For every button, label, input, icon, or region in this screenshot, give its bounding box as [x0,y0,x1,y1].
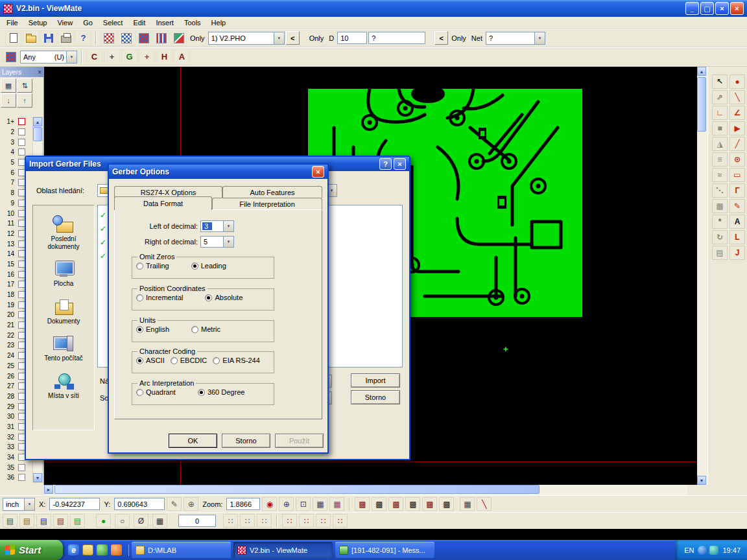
file-select-combo[interactable]: 1) V2.PHO [208,32,285,45]
only-net-toggle[interactable]: Only [449,34,468,42]
layer-up-button[interactable]: ↑ [17,93,32,108]
chevron-down-icon[interactable] [534,32,545,44]
dot-grid-icon-3[interactable]: ∷ [257,514,272,528]
layer-visibility-checkbox[interactable] [18,139,25,146]
a-tool-icon[interactable]: A [174,49,190,65]
tab[interactable]: File Interpretation [212,198,322,209]
apertures-view-icon[interactable]: ▤ [36,514,51,528]
scrollbar-thumb[interactable] [54,485,540,494]
filled-rect-icon[interactable]: ■ [712,121,728,135]
pad-icon[interactable]: ● [729,75,745,89]
board-view-icon[interactable]: ▤ [3,514,18,528]
close-button[interactable]: × [730,2,744,15]
layer-row[interactable]: 35 [0,462,32,472]
firefox-icon[interactable] [111,544,122,555]
mirror-icon[interactable]: ◮ [712,137,728,151]
rect-pad-icon[interactable]: ▭ [729,168,745,182]
polyline-icon[interactable]: ∠ [729,106,745,120]
save-icon[interactable] [40,30,56,46]
layer-visibility-checkbox[interactable] [18,464,25,471]
chevron-down-icon[interactable] [274,32,284,44]
title-bar[interactable]: V2.bin - ViewMate _▢× × [0,0,747,17]
place-item[interactable]: Plocha [35,260,92,288]
report-icon[interactable] [171,30,187,46]
tray-network-icon[interactable] [698,546,707,555]
quick-folder-icon[interactable] [82,544,93,555]
radio-option[interactable]: Leading [191,262,226,270]
only-dcode-toggle[interactable]: Only [307,34,326,42]
tab[interactable]: Data Format [114,196,212,210]
close-icon[interactable]: × [312,166,324,178]
taskbar-window-button[interactable]: [191-482-091] - Mess... [335,542,434,558]
pan-tool-icon[interactable]: + [104,49,120,65]
tab[interactable]: Auto Features [222,186,322,198]
menu-item[interactable]: Setup [23,18,53,28]
dots-icon[interactable]: ⋱ [712,183,728,198]
import-button[interactable]: Import [351,373,400,388]
selection-mode-combo[interactable]: Any (U) [20,51,77,64]
radio-option[interactable]: English [136,325,169,333]
layer-row[interactable]: 36 [0,472,32,483]
selection-filter-icon[interactable] [3,49,19,65]
film-icon-6[interactable]: ▩ [439,497,454,511]
origin-icon[interactable]: ⊕ [184,497,198,511]
menu-item[interactable]: Insert [150,18,179,28]
arrow-tool-icon[interactable]: ▶ [729,121,745,135]
chevron-down-icon[interactable] [223,237,233,247]
circle-pad-icon[interactable]: ⊙ [729,152,745,167]
cancel-button[interactable]: Storno [222,434,270,448]
radio-option[interactable]: EBCDIC [171,356,208,364]
menu-item[interactable]: View [52,18,78,28]
context-help-icon[interactable]: ? [75,30,91,46]
layer-visibility-checkbox[interactable] [18,474,25,481]
y-coordinate-field[interactable]: 0.690643 [114,498,165,510]
g-tool-icon[interactable]: G [121,49,137,65]
x-coordinate-field[interactable]: -0.942237 [49,498,100,510]
grid-big-icon[interactable]: ▦ [152,514,167,528]
rotate-icon[interactable]: ↻ [712,230,728,244]
drill-view-icon[interactable]: ▤ [19,514,34,528]
diagonal-icon[interactable]: ╱ [729,137,745,151]
tray-volume-icon[interactable] [709,546,718,555]
dot-grid-icon-2[interactable]: ∷ [240,514,255,528]
print-icon[interactable] [58,30,74,46]
layer-swap-button[interactable]: ⇅ [17,78,32,93]
film-icon-2[interactable]: ▩ [372,497,386,511]
gamma-tool-icon[interactable]: Γ [729,183,745,198]
prev-net-button[interactable]: < [434,31,448,45]
phi-tool-icon[interactable]: Ø [134,514,148,528]
target-tool-icon[interactable]: + [139,49,155,65]
layer-down-button[interactable]: ↓ [1,93,16,108]
menu-item[interactable]: Go [78,18,98,28]
menu-item[interactable]: File [1,18,23,28]
minimize-button[interactable]: _ [685,2,699,15]
menu-item[interactable]: Edit [128,18,150,28]
radio-option[interactable]: Absolute [205,294,243,301]
layers-panel-header[interactable]: Layers × [0,67,43,77]
scrollbar-thumb[interactable] [33,127,42,141]
grid-tool-icon[interactable]: ▦ [712,199,728,213]
taskbar-window-button[interactable]: D:\MLAB [132,542,231,558]
dcode-input[interactable]: 10 [337,32,367,44]
close-button[interactable]: × [715,2,729,15]
circle-tool-icon[interactable]: ○ [115,514,130,528]
c-tool-icon[interactable]: C [86,49,102,65]
scroll-up-icon[interactable]: ▲ [33,117,42,126]
language-indicator[interactable]: EN [684,546,694,554]
l-tool-icon[interactable]: L [729,230,745,244]
h-tool-icon[interactable]: H [156,49,172,65]
new-file-icon[interactable] [5,30,21,46]
align-icon[interactable]: ≡ [712,152,728,167]
radio-option[interactable]: Trailing [136,262,169,270]
diag-line-icon[interactable]: ╲ [477,497,492,511]
zoom-in-icon[interactable]: ⊕ [279,497,294,511]
scroll-up-icon[interactable]: ▲ [697,67,706,76]
radio-option[interactable]: 360 Degree [198,388,245,396]
place-item[interactable]: Tento počítač [35,334,92,362]
line-icon[interactable]: ╲ [729,90,745,104]
cancel-button[interactable]: Storno [351,390,400,404]
right-of-decimal-combo[interactable]: 5 [200,236,234,248]
scrollbar-thumb[interactable] [697,77,706,132]
dcode-table-icon[interactable]: ▦ [313,497,327,511]
film-icon-5[interactable]: ▩ [422,497,437,511]
